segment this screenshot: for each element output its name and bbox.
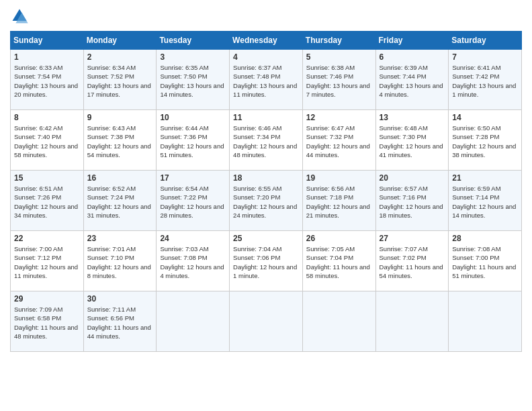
day-number: 23 — [87, 234, 153, 243]
calendar-cell: 9Sunrise: 6:43 AMSunset: 7:38 PMDaylight… — [83, 110, 157, 171]
day-number: 22 — [14, 234, 80, 243]
calendar-cell: 10Sunrise: 6:44 AMSunset: 7:36 PMDayligh… — [157, 110, 230, 171]
cell-info: Sunrise: 6:42 AMSunset: 7:40 PMDaylight:… — [14, 124, 78, 158]
calendar-cell: 14Sunrise: 6:50 AMSunset: 7:28 PMDayligh… — [449, 110, 522, 171]
cell-info: Sunrise: 6:52 AMSunset: 7:24 PMDaylight:… — [87, 185, 151, 219]
cell-info: Sunrise: 7:01 AMSunset: 7:10 PMDaylight:… — [87, 245, 151, 279]
calendar-cell: 17Sunrise: 6:54 AMSunset: 7:22 PMDayligh… — [157, 171, 230, 231]
calendar-table: SundayMondayTuesdayWednesdayThursdayFrid… — [10, 31, 522, 352]
calendar-cell: 4Sunrise: 6:37 AMSunset: 7:48 PMDaylight… — [230, 50, 303, 110]
day-number: 1 — [14, 52, 80, 62]
logo — [10, 7, 32, 26]
calendar-cell: 7Sunrise: 6:41 AMSunset: 7:42 PMDaylight… — [449, 50, 522, 110]
calendar-cell: 27Sunrise: 7:07 AMSunset: 7:02 PMDayligh… — [375, 231, 449, 291]
week-row-1: 1Sunrise: 6:33 AMSunset: 7:54 PMDaylight… — [11, 50, 522, 110]
day-number: 6 — [380, 52, 445, 62]
week-row-4: 22Sunrise: 7:00 AMSunset: 7:12 PMDayligh… — [11, 231, 522, 291]
day-number: 7 — [452, 52, 518, 62]
cell-info: Sunrise: 6:41 AMSunset: 7:42 PMDaylight:… — [452, 64, 516, 98]
day-number: 30 — [87, 294, 153, 304]
day-number: 3 — [160, 52, 226, 62]
cell-info: Sunrise: 6:37 AMSunset: 7:48 PMDaylight:… — [233, 64, 297, 98]
week-row-5: 29Sunrise: 7:09 AMSunset: 6:58 PMDayligh… — [11, 291, 522, 352]
cell-info: Sunrise: 7:09 AMSunset: 6:58 PMDaylight:… — [14, 306, 78, 340]
cell-info: Sunrise: 7:08 AMSunset: 7:00 PMDaylight:… — [452, 245, 516, 279]
cell-info: Sunrise: 6:34 AMSunset: 7:52 PMDaylight:… — [87, 64, 151, 98]
column-header-saturday: Saturday — [449, 32, 522, 50]
calendar-cell: 20Sunrise: 6:57 AMSunset: 7:16 PMDayligh… — [375, 171, 449, 231]
cell-info: Sunrise: 7:07 AMSunset: 7:02 PMDaylight:… — [380, 245, 443, 279]
cell-info: Sunrise: 6:43 AMSunset: 7:38 PMDaylight:… — [87, 124, 151, 158]
calendar-cell — [302, 291, 375, 352]
calendar-cell: 30Sunrise: 7:11 AMSunset: 6:56 PMDayligh… — [83, 291, 157, 352]
calendar-cell: 24Sunrise: 7:03 AMSunset: 7:08 PMDayligh… — [157, 231, 230, 291]
day-number: 11 — [233, 113, 299, 122]
day-number: 29 — [14, 294, 80, 304]
day-number: 14 — [452, 113, 518, 122]
cell-info: Sunrise: 6:50 AMSunset: 7:28 PMDaylight:… — [452, 124, 516, 158]
calendar-cell: 1Sunrise: 6:33 AMSunset: 7:54 PMDaylight… — [11, 50, 84, 110]
cell-info: Sunrise: 6:54 AMSunset: 7:22 PMDaylight:… — [160, 185, 224, 219]
calendar-cell: 12Sunrise: 6:47 AMSunset: 7:32 PMDayligh… — [302, 110, 375, 171]
day-number: 21 — [452, 173, 518, 183]
calendar-cell: 19Sunrise: 6:56 AMSunset: 7:18 PMDayligh… — [302, 171, 375, 231]
calendar-cell: 13Sunrise: 6:48 AMSunset: 7:30 PMDayligh… — [375, 110, 449, 171]
column-header-tuesday: Tuesday — [157, 32, 230, 50]
cell-info: Sunrise: 7:00 AMSunset: 7:12 PMDaylight:… — [14, 245, 78, 279]
calendar-header-row: SundayMondayTuesdayWednesdayThursdayFrid… — [11, 32, 522, 50]
calendar-cell: 16Sunrise: 6:52 AMSunset: 7:24 PMDayligh… — [83, 171, 157, 231]
calendar-cell: 28Sunrise: 7:08 AMSunset: 7:00 PMDayligh… — [449, 231, 522, 291]
cell-info: Sunrise: 7:03 AMSunset: 7:08 PMDaylight:… — [160, 245, 224, 279]
cell-info: Sunrise: 6:48 AMSunset: 7:30 PMDaylight:… — [380, 124, 443, 158]
day-number: 9 — [87, 113, 153, 122]
cell-info: Sunrise: 6:55 AMSunset: 7:20 PMDaylight:… — [233, 185, 297, 219]
calendar-cell: 8Sunrise: 6:42 AMSunset: 7:40 PMDaylight… — [11, 110, 84, 171]
calendar-cell: 29Sunrise: 7:09 AMSunset: 6:58 PMDayligh… — [11, 291, 84, 352]
day-number: 24 — [160, 234, 226, 243]
cell-info: Sunrise: 6:47 AMSunset: 7:32 PMDaylight:… — [306, 124, 370, 158]
calendar-cell: 25Sunrise: 7:04 AMSunset: 7:06 PMDayligh… — [230, 231, 303, 291]
calendar-cell: 6Sunrise: 6:39 AMSunset: 7:44 PMDaylight… — [375, 50, 449, 110]
cell-info: Sunrise: 6:57 AMSunset: 7:16 PMDaylight:… — [380, 185, 443, 219]
day-number: 20 — [380, 173, 445, 183]
calendar-cell: 5Sunrise: 6:38 AMSunset: 7:46 PMDaylight… — [302, 50, 375, 110]
cell-info: Sunrise: 6:39 AMSunset: 7:44 PMDaylight:… — [380, 64, 443, 98]
day-number: 16 — [87, 173, 153, 183]
day-number: 18 — [233, 173, 299, 183]
column-header-sunday: Sunday — [11, 32, 84, 50]
day-number: 4 — [233, 52, 299, 62]
day-number: 8 — [14, 113, 80, 122]
day-number: 2 — [87, 52, 153, 62]
cell-info: Sunrise: 6:46 AMSunset: 7:34 PMDaylight:… — [233, 124, 297, 158]
week-row-2: 8Sunrise: 6:42 AMSunset: 7:40 PMDaylight… — [11, 110, 522, 171]
calendar-cell: 18Sunrise: 6:55 AMSunset: 7:20 PMDayligh… — [230, 171, 303, 231]
day-number: 19 — [306, 173, 372, 183]
calendar-cell: 11Sunrise: 6:46 AMSunset: 7:34 PMDayligh… — [230, 110, 303, 171]
day-number: 17 — [160, 173, 226, 183]
calendar-cell: 3Sunrise: 6:35 AMSunset: 7:50 PMDaylight… — [157, 50, 230, 110]
calendar-cell — [375, 291, 449, 352]
calendar-body: 1Sunrise: 6:33 AMSunset: 7:54 PMDaylight… — [11, 50, 522, 352]
week-row-3: 15Sunrise: 6:51 AMSunset: 7:26 PMDayligh… — [11, 171, 522, 231]
cell-info: Sunrise: 6:44 AMSunset: 7:36 PMDaylight:… — [160, 124, 224, 158]
day-number: 26 — [306, 234, 372, 243]
calendar-cell — [230, 291, 303, 352]
day-number: 5 — [306, 52, 372, 62]
day-number: 13 — [380, 113, 445, 122]
day-number: 28 — [452, 234, 518, 243]
day-number: 27 — [380, 234, 445, 243]
header — [10, 7, 522, 26]
calendar-cell: 15Sunrise: 6:51 AMSunset: 7:26 PMDayligh… — [11, 171, 84, 231]
column-header-monday: Monday — [83, 32, 157, 50]
column-header-friday: Friday — [375, 32, 449, 50]
cell-info: Sunrise: 6:59 AMSunset: 7:14 PMDaylight:… — [452, 185, 516, 219]
cell-info: Sunrise: 6:51 AMSunset: 7:26 PMDaylight:… — [14, 185, 78, 219]
calendar-cell: 26Sunrise: 7:05 AMSunset: 7:04 PMDayligh… — [302, 231, 375, 291]
day-number: 15 — [14, 173, 80, 183]
day-number: 12 — [306, 113, 372, 122]
logo-icon — [10, 7, 29, 26]
calendar-cell — [157, 291, 230, 352]
cell-info: Sunrise: 6:33 AMSunset: 7:54 PMDaylight:… — [14, 64, 78, 98]
calendar-cell — [449, 291, 522, 352]
calendar-cell: 23Sunrise: 7:01 AMSunset: 7:10 PMDayligh… — [83, 231, 157, 291]
